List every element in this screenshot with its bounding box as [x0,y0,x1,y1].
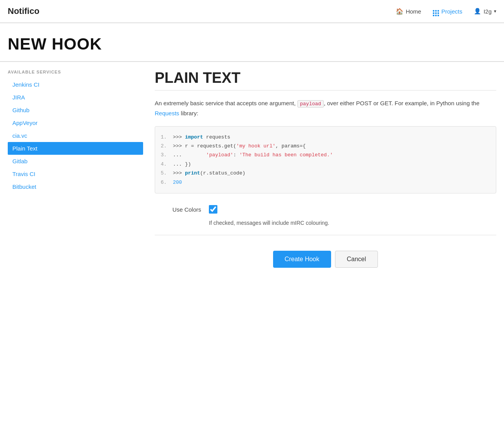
code-line-6: 6. 200 [159,178,492,187]
sidebar-item-jenkins[interactable]: Jenkins CI [8,78,143,91]
description-part2: , over either POST or GET. For example, … [324,100,479,106]
page-title-area: NEW HOOK [0,23,504,62]
header-nav: 🏠 Home Projects 👤 I2g ▾ [396,6,496,16]
title-divider [155,90,496,91]
page-title: NEW HOOK [8,35,496,53]
line-num-4: 4. [159,160,167,169]
sidebar-item-gitlab[interactable]: Gitlab [8,155,143,168]
use-colors-field-row: Use Colors If checked, messages will inc… [155,205,496,235]
use-colors-value-area: If checked, messages will include mIRC c… [209,205,329,227]
code-line-2: 2. >>> r = requests.get('my hook url', p… [159,142,492,151]
sidebar-item-ciavc[interactable]: cia.vc [8,129,143,142]
use-colors-label: Use Colors [155,205,201,213]
code-text-4: ... }) [173,160,191,169]
sidebar-item-github[interactable]: Github [8,104,143,116]
use-colors-checkbox[interactable] [209,205,217,214]
user-icon: 👤 [474,8,481,15]
line-num-5: 5. [159,169,167,178]
sidebar-section-label: AVAILABLE SERVICES [8,70,143,74]
sidebar: AVAILABLE SERVICES Jenkins CI JIRA Githu… [8,70,151,275]
description-text: An extremely basic service that accepts … [155,98,496,118]
grid-icon [433,6,439,16]
sidebar-item-bitbucket[interactable]: Bitbucket [8,180,143,193]
home-nav-item[interactable]: 🏠 Home [396,8,421,15]
description-part1: An extremely basic service that accepts … [155,100,297,106]
service-title: PLAIN TEXT [155,70,496,86]
line-num-2: 2. [159,142,167,151]
sidebar-item-travisci[interactable]: Travis CI [8,168,143,180]
line-num-1: 1. [159,133,167,142]
sidebar-item-plaintext[interactable]: Plain Text [8,142,143,155]
projects-nav-item[interactable]: Projects [433,6,462,16]
code-line-3: 3. ... 'payload': 'The build has been co… [159,151,492,159]
user-label: I2g [483,8,492,15]
brand-logo: Notifico [8,6,396,16]
cancel-button[interactable]: Cancel [335,251,378,268]
content-panel: PLAIN TEXT An extremely basic service th… [151,70,496,275]
main-content: AVAILABLE SERVICES Jenkins CI JIRA Githu… [0,62,504,283]
user-menu[interactable]: 👤 I2g ▾ [474,8,496,15]
chevron-down-icon: ▾ [494,9,496,14]
code-text-3: ... 'payload': 'The build has been compl… [173,151,333,159]
code-line-1: 1. >>> import requests [159,133,492,142]
code-line-4: 4. ... }) [159,160,492,169]
line-num-3: 3. [159,151,167,159]
code-text-1: >>> import requests [173,133,230,142]
code-line-5: 5. >>> print(r.status_code) [159,169,492,178]
requests-link[interactable]: Requests [155,110,179,116]
home-nav-label: Home [406,8,421,15]
line-num-6: 6. [159,178,167,187]
description-part3: library: [179,110,198,116]
create-hook-button[interactable]: Create Hook [273,251,331,268]
header: Notifico 🏠 Home Projects 👤 I2g ▾ [0,0,504,23]
sidebar-item-appveyor[interactable]: AppVeyor [8,116,143,129]
action-row: Create Hook Cancel [155,243,496,275]
projects-nav-label: Projects [441,8,462,15]
use-colors-checkbox-wrapper[interactable] [209,205,220,216]
home-icon: 🏠 [396,8,403,15]
sidebar-item-jira[interactable]: JIRA [8,91,143,104]
code-block: 1. >>> import requests 2. >>> r = reques… [155,126,496,193]
code-text-2: >>> r = requests.get('my hook url', para… [173,142,306,151]
code-text-6: 200 [173,178,182,187]
use-colors-help: If checked, messages will include mIRC c… [209,219,329,227]
code-text-5: >>> print(r.status_code) [173,169,245,178]
payload-code: payload [297,100,324,108]
